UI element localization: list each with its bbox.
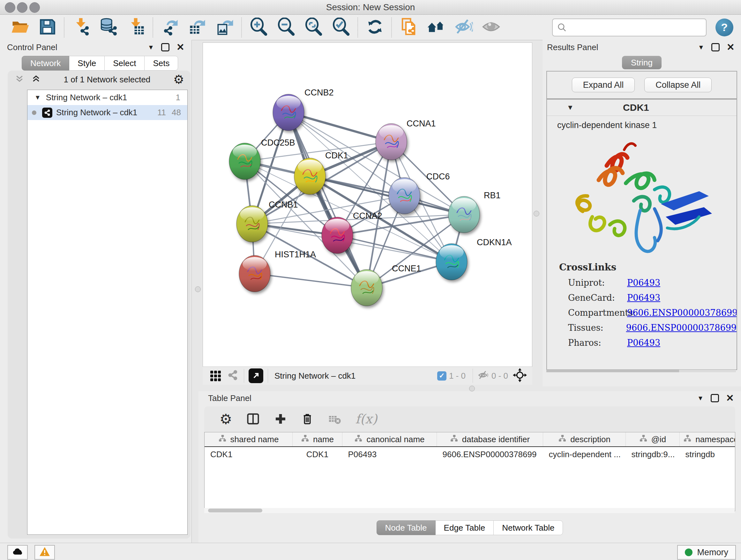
table-cell[interactable]: 9606.ENSP00000378699 [437, 447, 543, 462]
column-header--id[interactable]: @id [626, 432, 680, 447]
bottom-splitter-handle[interactable] [469, 386, 475, 391]
edge-CCNA2-CDKN1A[interactable] [337, 235, 452, 262]
table-options-gear-icon[interactable]: ⚙ [219, 411, 232, 427]
save-session-button[interactable] [34, 17, 61, 38]
column-header-canonical-name[interactable]: canonical name [342, 432, 437, 447]
export-image-button[interactable] [211, 17, 239, 38]
delete-column-icon[interactable] [301, 413, 314, 425]
table-cell[interactable]: P06493 [342, 447, 437, 462]
table-cell[interactable]: CDK1 [205, 447, 293, 462]
warning-status-button[interactable] [35, 545, 55, 560]
results-horizontal-scrollbar[interactable] [546, 370, 736, 372]
delete-table-icon[interactable] [328, 412, 341, 426]
column-header-database-identifier[interactable]: database identifier [437, 432, 543, 447]
open-session-button[interactable] [6, 17, 34, 38]
edge-HIST1H1A-CCNE1[interactable] [255, 273, 367, 288]
crosslink-link[interactable]: P06493 [627, 293, 660, 303]
help-button[interactable]: ? [716, 18, 733, 37]
network-options-gear-icon[interactable]: ⚙ [173, 73, 184, 85]
crosslink-link[interactable]: 9606.ENSP00000378699 [626, 323, 737, 333]
panel-collapse-icon[interactable]: ▼ [148, 44, 154, 51]
table-cell[interactable]: cyclin-dependent ... [543, 447, 626, 462]
scrollbar-thumb[interactable] [208, 509, 262, 512]
import-network-from-database-button[interactable] [95, 17, 123, 38]
node-CCNA2[interactable] [322, 217, 353, 253]
tab-sets[interactable]: Sets [145, 56, 178, 71]
panel-float-icon[interactable] [711, 394, 719, 402]
table-cell[interactable]: stringdb [680, 447, 736, 462]
export-table-button[interactable] [184, 17, 211, 38]
show-columns-icon[interactable] [246, 412, 260, 426]
column-header-name[interactable]: name [293, 432, 342, 447]
node-CCNA1[interactable] [376, 124, 407, 160]
show-all-button[interactable] [477, 17, 505, 38]
network-row[interactable]: String Network – cdk11148 [27, 105, 187, 120]
import-network-from-file-button[interactable] [68, 17, 95, 38]
node-RB1[interactable] [448, 196, 480, 233]
search-input-box[interactable] [552, 18, 706, 37]
tab-node-table[interactable]: Node Table [377, 520, 435, 535]
zoom-selected-button[interactable] [327, 17, 355, 38]
node-CDKN1A[interactable] [436, 244, 467, 280]
cloud-status-button[interactable] [7, 545, 28, 560]
birds-eye-view-icon[interactable] [210, 371, 221, 381]
right-splitter-handle[interactable] [534, 211, 539, 216]
tab-style[interactable]: Style [69, 56, 105, 71]
tab-network[interactable]: Network [22, 56, 69, 71]
crosslink-link[interactable]: P06493 [627, 278, 660, 288]
zoom-fit-button[interactable] [300, 17, 327, 38]
table-cell[interactable]: CDK1 [293, 447, 342, 462]
panel-collapse-icon[interactable]: ▼ [698, 44, 704, 51]
chevron-down-icon[interactable]: ▼ [567, 104, 574, 112]
panel-collapse-icon[interactable]: ▼ [697, 395, 704, 402]
hidden-eye-slash-icon[interactable] [477, 369, 489, 382]
add-column-icon[interactable] [274, 413, 287, 425]
expand-all-networks-icon[interactable] [31, 74, 41, 85]
hide-selected-button[interactable] [450, 17, 477, 38]
refresh-button[interactable] [361, 17, 389, 38]
column-header-description[interactable]: description [543, 432, 626, 447]
first-neighbors-button[interactable] [422, 17, 450, 38]
panel-close-icon[interactable]: ✕ [726, 395, 734, 401]
column-header-shared-name[interactable]: shared name [205, 432, 293, 447]
panel-close-icon[interactable]: ✕ [727, 44, 735, 51]
collapse-all-networks-icon[interactable] [15, 74, 24, 85]
node-CCNB1[interactable] [237, 206, 268, 242]
selected-nodes-checkbox[interactable]: ✓ [437, 371, 447, 381]
expand-all-button[interactable]: Expand All [572, 78, 635, 92]
chevron-down-icon[interactable]: ▼ [35, 94, 41, 101]
collapse-all-button[interactable]: Collapse All [644, 78, 712, 92]
tab-select[interactable]: Select [105, 56, 145, 71]
node-CCNE1[interactable] [351, 269, 382, 306]
node-HIST1H1A[interactable] [239, 255, 270, 292]
edge-CCNB2-CCNE1[interactable] [288, 112, 367, 288]
table-cell[interactable]: stringdb:9... [626, 447, 680, 462]
crosslink-link[interactable]: 9606.ENSP00000378699 [627, 308, 737, 318]
left-splitter-handle[interactable] [195, 287, 201, 292]
tab-edge-table[interactable]: Edge Table [435, 520, 494, 535]
clone-network-button[interactable] [395, 17, 422, 38]
tab-string[interactable]: String [622, 56, 662, 69]
node-CDK1[interactable] [294, 158, 326, 194]
panel-float-icon[interactable] [161, 43, 170, 51]
zoom-out-button[interactable] [273, 17, 300, 38]
panel-float-icon[interactable] [711, 43, 720, 51]
node-CDC6[interactable] [389, 178, 420, 214]
node-CCNB2[interactable] [273, 94, 304, 131]
table-row[interactable]: CDK1CDK1P064939606.ENSP00000378699cyclin… [205, 447, 735, 462]
network-share-icon[interactable] [226, 369, 239, 383]
pan-crosshair-icon[interactable] [513, 368, 527, 384]
export-network-button[interactable] [156, 17, 184, 38]
function-builder-icon[interactable]: f(x) [355, 412, 377, 426]
search-input[interactable] [569, 22, 698, 33]
column-header-namespace[interactable]: namespace [680, 432, 736, 447]
crosslink-link[interactable]: P06493 [627, 338, 660, 348]
panel-close-icon[interactable]: ✕ [177, 44, 185, 51]
network-collection-row[interactable]: ▼String Network – cdk11 [27, 90, 187, 105]
node-CDC25B[interactable] [229, 143, 260, 179]
network-canvas[interactable]: CCNB2CCNA1CDC25BCDK1CDC6RB1CCNB1CCNA2CDK… [203, 43, 532, 367]
open-in-new-window-button[interactable] [249, 368, 263, 383]
tab-network-table[interactable]: Network Table [494, 520, 563, 535]
zoom-in-button[interactable] [245, 17, 273, 38]
import-table-from-file-button[interactable] [123, 17, 150, 38]
